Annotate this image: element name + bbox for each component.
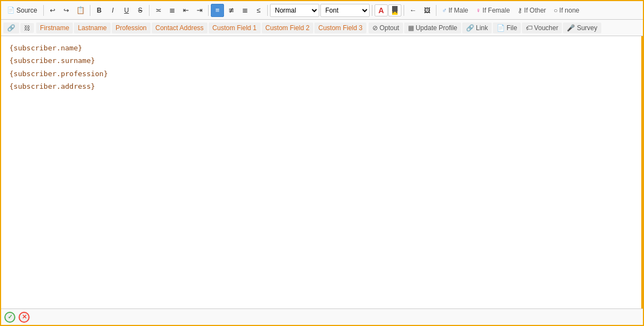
editor-content-area[interactable]: {subscriber.name} {subscriber.surname} {… bbox=[1, 36, 643, 308]
contact-address-tag[interactable]: Contact Address bbox=[152, 22, 208, 33]
underline-button[interactable]: U bbox=[120, 4, 133, 17]
align-center-button[interactable]: ≢ bbox=[225, 4, 238, 17]
indent-decrease-button[interactable]: ⇤ bbox=[179, 4, 192, 17]
firstname-label: Firstname bbox=[40, 24, 69, 32]
voucher-icon: 🏷 bbox=[526, 24, 532, 32]
if-none-label: If none bbox=[559, 7, 579, 14]
list-group: ≍ ≣ ⇤ ⇥ bbox=[152, 4, 206, 17]
if-female-button[interactable]: ♀ If Female bbox=[473, 4, 513, 17]
paragraph-style-select[interactable]: Normal bbox=[270, 4, 319, 17]
voucher-button[interactable]: 🏷 Voucher bbox=[522, 22, 562, 33]
separator-7 bbox=[404, 5, 404, 16]
unlink-button[interactable]: ⛓ bbox=[20, 23, 34, 33]
font-select[interactable]: Font bbox=[320, 4, 370, 17]
if-female-label: If Female bbox=[482, 7, 510, 14]
format-group: B I U S bbox=[93, 4, 147, 17]
ordered-list-button[interactable]: ≍ bbox=[152, 4, 165, 17]
optout-label: Optout bbox=[380, 24, 399, 32]
editor-wrapper: 📄 Source ↩ ↪ 📋 B I U S ≍ ≣ ⇤ ⇥ ≡ ≢ ≣ bbox=[0, 0, 644, 326]
firstname-tag[interactable]: Firstname bbox=[36, 22, 73, 33]
custom-field2-label: Custom Field 2 bbox=[266, 24, 310, 32]
footer-bar: ✓ ✕ bbox=[1, 308, 643, 325]
link-button[interactable]: 🔗 bbox=[3, 22, 19, 33]
color-group: A A bbox=[375, 4, 401, 16]
file-label: File bbox=[507, 24, 517, 32]
toolbar-row2: 🔗 ⛓ Firstname Lastname Profession Contac… bbox=[1, 20, 643, 36]
paste-text-button[interactable]: 📋 bbox=[73, 4, 88, 17]
redo-button[interactable]: ↪ bbox=[60, 4, 73, 17]
strikethrough-button[interactable]: S bbox=[134, 4, 147, 17]
separator-4 bbox=[208, 5, 209, 16]
custom-field3-label: Custom Field 3 bbox=[318, 24, 363, 32]
profession-tag[interactable]: Profession bbox=[112, 22, 151, 33]
content-line1: {subscriber.name} bbox=[9, 42, 633, 54]
survey-button[interactable]: 🎤 Survey bbox=[563, 22, 601, 33]
if-male-button[interactable]: ♂ If Male bbox=[439, 4, 472, 17]
optout-icon: ⊘ bbox=[372, 24, 378, 32]
italic-button[interactable]: I bbox=[106, 4, 119, 17]
align-justify-button[interactable]: ≤ bbox=[252, 4, 265, 17]
profession-label: Profession bbox=[116, 24, 147, 32]
font-color-a-icon: A bbox=[378, 6, 384, 15]
separator-8 bbox=[436, 5, 436, 16]
if-male-label: If Male bbox=[449, 7, 468, 14]
unordered-list-button[interactable]: ≣ bbox=[165, 4, 179, 17]
cancel-button[interactable]: ✕ bbox=[19, 312, 30, 323]
if-other-button[interactable]: ⚷ If Other bbox=[514, 4, 549, 17]
unchain-icon: ⛓ bbox=[24, 25, 30, 31]
survey-label: Survey bbox=[577, 24, 597, 32]
optout-button[interactable]: ⊘ Optout bbox=[369, 22, 403, 33]
link-insert-label: Link bbox=[476, 24, 488, 32]
male-icon: ♂ bbox=[442, 7, 447, 14]
separator-5 bbox=[267, 5, 268, 16]
lastname-label: Lastname bbox=[78, 24, 107, 32]
survey-icon: 🎤 bbox=[567, 24, 575, 32]
align-right-button[interactable]: ≣ bbox=[238, 4, 251, 17]
align-left-button[interactable]: ≡ bbox=[211, 4, 224, 17]
undo-redo-group: ↩ ↪ 📋 bbox=[46, 4, 88, 17]
content-line2: {subscriber.surname} bbox=[9, 54, 633, 67]
chain-icon: 🔗 bbox=[7, 24, 15, 32]
ok-icon: ✓ bbox=[8, 313, 13, 321]
source-button[interactable]: 📄 Source bbox=[3, 4, 41, 17]
file-button[interactable]: 📄 File bbox=[493, 22, 521, 33]
background-color-button[interactable]: A bbox=[388, 4, 401, 16]
custom-field1-tag[interactable]: Custom Field 1 bbox=[209, 22, 261, 33]
if-other-label: If Other bbox=[524, 7, 546, 14]
contact-address-label: Contact Address bbox=[156, 24, 204, 32]
update-profile-label: Update Profile bbox=[416, 24, 457, 32]
separator-6 bbox=[372, 5, 372, 16]
toolbar-row1: 📄 Source ↩ ↪ 📋 B I U S ≍ ≣ ⇤ ⇥ ≡ ≢ ≣ bbox=[1, 1, 643, 20]
bg-color-a-icon: A bbox=[392, 6, 398, 15]
cancel-icon: ✕ bbox=[22, 313, 27, 321]
separator-1 bbox=[43, 5, 44, 16]
update-profile-icon: ▦ bbox=[408, 24, 414, 32]
align-group: ≡ ≢ ≣ ≤ bbox=[211, 4, 265, 17]
separator-3 bbox=[149, 5, 150, 16]
content-line3: {subscriber.profession} bbox=[9, 67, 633, 80]
file-icon: 📄 bbox=[497, 24, 505, 32]
custom-field2-tag[interactable]: Custom Field 2 bbox=[262, 22, 314, 33]
content-line4: {subscriber.address} bbox=[9, 80, 633, 93]
custom-field1-label: Custom Field 1 bbox=[212, 24, 257, 32]
none-circle-icon: ○ bbox=[554, 7, 557, 14]
ok-button[interactable]: ✓ bbox=[4, 312, 15, 323]
custom-field3-tag[interactable]: Custom Field 3 bbox=[314, 22, 366, 33]
link-insert-button[interactable]: 🔗 Link bbox=[462, 22, 492, 33]
font-color-button[interactable]: A bbox=[375, 4, 388, 16]
remove-format-button[interactable]: ← bbox=[406, 4, 419, 17]
indent-increase-button[interactable]: ⇥ bbox=[193, 4, 206, 17]
source-label: Source bbox=[16, 7, 37, 14]
separator-2 bbox=[90, 5, 90, 16]
voucher-label: Voucher bbox=[534, 24, 558, 32]
insert-image-button[interactable]: 🖼 bbox=[421, 4, 434, 17]
other-icon: ⚷ bbox=[518, 7, 522, 14]
if-none-button[interactable]: ○ If none bbox=[550, 4, 583, 17]
source-icon: 📄 bbox=[7, 7, 15, 14]
lastname-tag[interactable]: Lastname bbox=[74, 22, 111, 33]
update-profile-button[interactable]: ▦ Update Profile bbox=[404, 22, 461, 33]
link-insert-icon: 🔗 bbox=[466, 24, 474, 32]
undo-button[interactable]: ↩ bbox=[46, 4, 59, 17]
bold-button[interactable]: B bbox=[93, 4, 106, 17]
female-icon: ♀ bbox=[476, 7, 481, 14]
